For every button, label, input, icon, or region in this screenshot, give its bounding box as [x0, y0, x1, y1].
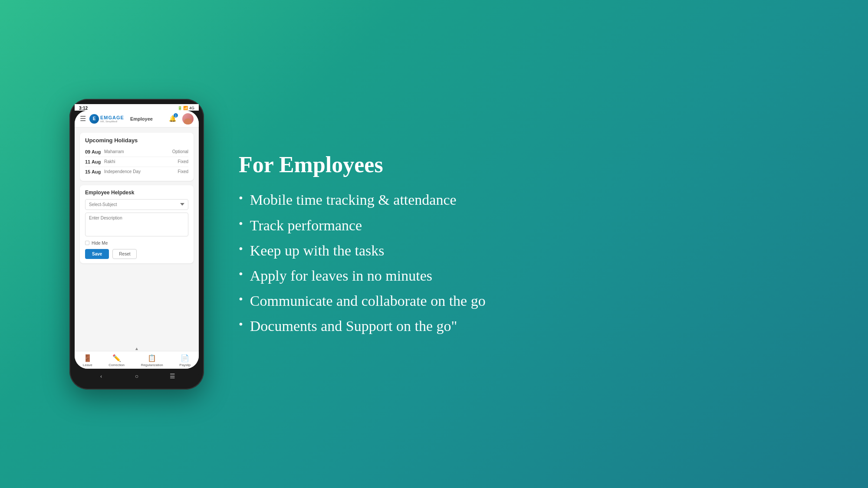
feature-text-3: Keep up with the tasks: [250, 241, 385, 260]
hamburger-icon[interactable]: ☰: [80, 115, 86, 123]
status-icons: 🔋 📶 4G: [178, 106, 194, 110]
regularization-icon: 📋: [148, 354, 156, 362]
subject-select[interactable]: Select-Subject: [85, 199, 188, 210]
app-header: ☰ E EMGAGE HR, Simplified! Employee 🔔 1: [75, 111, 199, 128]
nav-leave-label: Leave: [83, 363, 92, 367]
holiday-name-3: Independence Day: [104, 169, 178, 174]
holiday-date-2: 11 Aug: [85, 159, 102, 164]
bullet-4: •: [239, 266, 243, 282]
leave-icon: 🚪: [83, 354, 92, 362]
feature-item-3: • Keep up with the tasks: [239, 241, 833, 260]
android-back-button[interactable]: ‹: [97, 372, 105, 381]
android-recents-button[interactable]: ☰: [168, 372, 177, 381]
holiday-date-1: 09 Aug: [85, 149, 102, 154]
logo-name: EMGAGE: [100, 115, 124, 120]
feature-item-6: • Documents and Support on the go": [239, 317, 833, 336]
app-label: Employee: [130, 116, 153, 121]
bullet-3: •: [239, 241, 243, 257]
phone-mockup: 3:12 🔋 📶 4G ☰ E EMGAGE HR, Simplified! E…: [69, 99, 204, 390]
chevron-up-icon: ▲: [135, 346, 139, 351]
section-heading: For Employees: [239, 152, 833, 177]
logo-text-block: EMGAGE HR, Simplified!: [100, 115, 124, 123]
hide-me-row: Hide Me: [85, 241, 188, 246]
notif-badge: 1: [174, 113, 178, 118]
status-time: 3:12: [79, 106, 88, 111]
nav-correction-label: Correction: [108, 363, 125, 367]
payslip-icon: 📄: [181, 354, 189, 362]
helpdesk-title: Employee Helpdesk: [85, 190, 188, 196]
user-avatar[interactable]: [182, 113, 194, 124]
holiday-name-2: Rakhi: [104, 159, 178, 164]
holiday-name-1: Maharram: [104, 149, 172, 154]
feature-text-2: Track performance: [250, 216, 362, 235]
screen-content: Upcoming Holidays 09 Aug Maharram Option…: [75, 128, 199, 345]
bullet-6: •: [239, 317, 243, 332]
logo-icon: E: [89, 114, 99, 124]
correction-icon: ✏️: [112, 354, 121, 362]
avatar-body: [184, 118, 192, 124]
holidays-card: Upcoming Holidays 09 Aug Maharram Option…: [80, 133, 194, 181]
nav-payslip[interactable]: 📄 Payslip: [179, 354, 191, 367]
notification-bell[interactable]: 🔔 1: [169, 115, 176, 122]
save-button[interactable]: Save: [85, 249, 109, 259]
feature-item-2: • Track performance: [239, 216, 833, 235]
feature-text-5: Communicate and collaborate on the go: [250, 291, 486, 311]
reset-button[interactable]: Reset: [112, 249, 137, 259]
app-logo: E EMGAGE HR, Simplified!: [89, 114, 124, 124]
holiday-date-3: 15 Aug: [85, 169, 102, 174]
feature-text-4: Apply for leaves in no minutes: [250, 266, 432, 285]
feature-item-1: • Mobile time tracking & attendance: [239, 190, 833, 210]
nav-regularization[interactable]: 📋 Regularization: [141, 354, 163, 367]
hide-me-label: Hide Me: [92, 241, 108, 246]
nav-payslip-label: Payslip: [179, 363, 191, 367]
nav-correction[interactable]: ✏️ Correction: [108, 354, 125, 367]
helpdesk-section: Employee Helpdesk Select-Subject Hide Me…: [80, 185, 194, 263]
bottom-nav: 🚪 Leave ✏️ Correction 📋 Regularization 📄…: [75, 351, 199, 369]
feature-item-5: • Communicate and collaborate on the go: [239, 291, 833, 311]
hide-me-checkbox[interactable]: [85, 241, 89, 245]
nav-leave[interactable]: 🚪 Leave: [83, 354, 92, 367]
bullet-5: •: [239, 291, 243, 307]
holiday-type-2: Fixed: [178, 159, 188, 164]
feature-text-1: Mobile time tracking & attendance: [250, 190, 457, 210]
button-row: Save Reset: [85, 249, 188, 259]
android-home-button[interactable]: ○: [132, 372, 141, 381]
holiday-row-2: 11 Aug Rakhi Fixed: [85, 157, 188, 167]
holiday-row-3: 15 Aug Independence Day Fixed: [85, 167, 188, 177]
holiday-type-3: Fixed: [178, 169, 188, 174]
nav-regularization-label: Regularization: [141, 363, 163, 367]
description-textarea[interactable]: [85, 213, 188, 236]
right-panel: For Employees • Mobile time tracking & a…: [204, 126, 868, 362]
logo-tagline: HR, Simplified!: [100, 120, 124, 123]
holiday-row-1: 09 Aug Maharram Optional: [85, 147, 188, 157]
features-list: • Mobile time tracking & attendance • Tr…: [239, 190, 833, 336]
android-nav-bar: ‹ ○ ☰: [75, 369, 199, 384]
feature-text-6: Documents and Support on the go": [250, 317, 457, 336]
nav-indicator: ▲: [75, 345, 199, 351]
holiday-type-1: Optional: [172, 149, 188, 154]
bullet-2: •: [239, 216, 243, 232]
phone-device: 3:12 🔋 📶 4G ☰ E EMGAGE HR, Simplified! E…: [69, 99, 204, 390]
holidays-title: Upcoming Holidays: [85, 137, 188, 144]
phone-screen: ☰ E EMGAGE HR, Simplified! Employee 🔔 1: [75, 111, 199, 369]
feature-item-4: • Apply for leaves in no minutes: [239, 266, 833, 285]
bullet-1: •: [239, 190, 243, 206]
status-bar: 3:12 🔋 📶 4G: [75, 104, 199, 111]
